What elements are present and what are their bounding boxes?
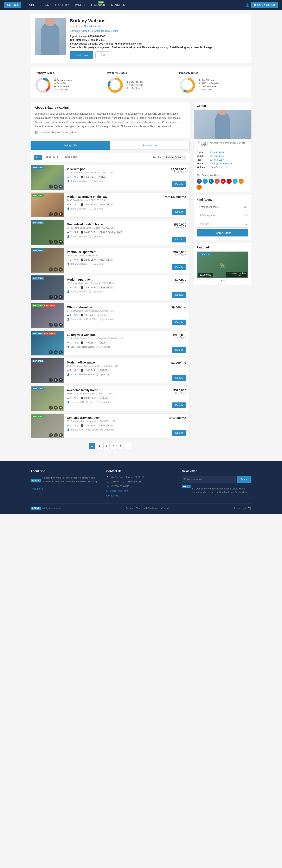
blogger-icon[interactable]: b (238, 179, 244, 184)
nav-searches[interactable]: SEARCHES ▾ (109, 0, 129, 10)
details-button[interactable]: Details (172, 347, 186, 353)
featured-dot-2[interactable] (223, 280, 225, 281)
preview-button[interactable]: 👁 (59, 323, 63, 327)
compare-button[interactable]: ⊕ (54, 185, 58, 189)
property-name[interactable]: Penthouse apartment (67, 250, 162, 254)
footer-google-plus-icon[interactable]: g+ (243, 506, 246, 510)
footer-linkedin-icon[interactable]: in (239, 506, 241, 510)
details-button[interactable]: Details (172, 264, 186, 270)
page-2-button[interactable]: 2 (96, 443, 103, 449)
favorite-button[interactable]: ♡ (49, 240, 53, 244)
pinterest-icon[interactable]: p (227, 179, 232, 184)
preview-button[interactable]: 👁 (59, 350, 63, 354)
compare-button[interactable]: ⊕ (54, 378, 58, 382)
favorite-button[interactable]: ♡ (49, 406, 53, 410)
property-name[interactable]: Office in downtown (67, 306, 162, 309)
nav-listing[interactable]: LISTING ▾ (37, 0, 53, 10)
property-name[interactable]: Guaranteed modern home (67, 223, 162, 226)
preview-button[interactable]: 👁 (59, 433, 63, 437)
footer-privacy-link[interactable]: Privacy (126, 507, 133, 509)
preview-button[interactable]: 👁 (59, 268, 63, 272)
favorite-button[interactable]: ♡ (49, 323, 53, 327)
vimeo-icon[interactable]: v (233, 179, 237, 184)
preview-button[interactable]: 👁 (59, 406, 63, 410)
nav-property[interactable]: PROPERTY ▾ (53, 0, 73, 10)
details-button[interactable]: Details (172, 430, 186, 436)
favorite-button[interactable]: ♡ (49, 212, 53, 216)
agent-company[interactable]: Company Agent at All American Real Estat… (70, 29, 247, 32)
filter-all[interactable]: ALL (34, 155, 42, 160)
tumblr-icon[interactable]: t (197, 185, 202, 190)
tab-reviews[interactable]: Reviews (3) (110, 141, 190, 150)
newsletter-email-input[interactable] (182, 476, 235, 483)
page-3-button[interactable]: 3 (104, 443, 110, 449)
details-button[interactable]: Details (172, 292, 186, 298)
property-name[interactable]: Modern office space (67, 361, 162, 364)
newsletter-submit-button[interactable]: Submit (237, 476, 251, 483)
footer-contact-us-link[interactable]: Contact us (106, 494, 119, 497)
compare-button[interactable]: ⊕ (54, 433, 58, 437)
property-name[interactable]: Modern apartment on the bay (67, 195, 157, 198)
preview-button[interactable]: 👁 (59, 212, 63, 216)
property-name[interactable]: Modern Apartment (67, 278, 162, 281)
preview-button[interactable]: 👁 (59, 295, 63, 299)
featured-dot-1[interactable] (221, 280, 222, 281)
property-name[interactable]: Villa with pool (67, 167, 162, 171)
preview-button[interactable]: 👁 (59, 185, 63, 189)
preview-button[interactable]: 👁 (59, 240, 63, 244)
categories-select[interactable]: All Categories (197, 212, 248, 219)
page-4-button[interactable]: 4 (111, 443, 117, 449)
footer-twitter-icon[interactable]: t (236, 506, 237, 510)
twitter-icon[interactable]: t (203, 179, 208, 184)
compare-button[interactable]: ⊕ (54, 240, 58, 244)
details-button[interactable]: Details (172, 209, 186, 215)
details-button[interactable]: Details (172, 319, 186, 326)
compare-button[interactable]: ⊕ (54, 406, 58, 410)
sort-select[interactable]: Default Order (164, 155, 187, 160)
compare-button[interactable]: ⊕ (54, 268, 58, 272)
property-name[interactable]: Awesome family home (67, 389, 162, 392)
tab-listings[interactable]: Listings (20) (31, 141, 110, 150)
facebook-icon[interactable]: f (197, 179, 202, 184)
send-email-button[interactable]: Send Email (70, 51, 93, 59)
search-agent-button[interactable]: Search Agent (197, 229, 248, 237)
compare-button[interactable]: ⊕ (54, 295, 58, 299)
footer-instagram-icon[interactable]: 📷 (248, 506, 251, 510)
footer-email-link[interactable]: email@email.com (110, 490, 128, 492)
google-plus-icon[interactable]: g (215, 179, 220, 184)
footer-read-more-link[interactable]: Read more (31, 487, 43, 490)
favorite-button[interactable]: ♡ (49, 268, 53, 272)
filter-for-rent[interactable]: FOR RENT (63, 155, 80, 160)
page-next-button[interactable]: › (125, 443, 131, 449)
favorite-button[interactable]: ♡ (49, 433, 53, 437)
favorite-button[interactable]: ♡ (49, 295, 53, 299)
details-button[interactable]: Details (172, 375, 186, 381)
user-icon[interactable]: 👤 (246, 3, 249, 7)
page-1-button[interactable]: 1 (89, 443, 95, 449)
linkedin-icon[interactable]: in (209, 179, 214, 184)
nav-home[interactable]: HOME (25, 0, 37, 10)
cities-select[interactable]: All Cities (197, 221, 248, 228)
favorite-button[interactable]: ♡ (49, 378, 53, 382)
footer-facebook-icon[interactable]: f (234, 506, 235, 510)
details-button[interactable]: Details (172, 181, 186, 187)
property-name[interactable]: Contemporary apartment (67, 416, 162, 420)
filter-for-sale[interactable]: FOR SALE (44, 155, 60, 160)
create-listing-button[interactable]: CREATE A LISTING (251, 2, 278, 8)
compare-button[interactable]: ⊕ (54, 323, 58, 327)
details-button[interactable]: Details (172, 237, 186, 243)
see-reviews-link[interactable]: See all reviews (84, 25, 101, 28)
footer-terms-link[interactable]: Terms and Conditions (136, 507, 158, 509)
favorite-button[interactable]: ♡ (49, 350, 53, 354)
page-5-button[interactable]: 5 (118, 443, 124, 449)
nav-pages[interactable]: PAGES ▾ (73, 0, 87, 10)
featured-property-image[interactable]: FOR SALE 🏡 $1,590,000 2385 Pan American … (197, 251, 248, 278)
call-button[interactable]: Call (95, 51, 110, 59)
nav-elementor[interactable]: ELEMENTOR NEW ▾ (87, 0, 109, 10)
compare-button[interactable]: ⊕ (54, 350, 58, 354)
search-agent-input[interactable] (197, 204, 248, 210)
compare-button[interactable]: ⊕ (54, 212, 58, 216)
property-name[interactable]: Luxury villa with pool (67, 333, 162, 337)
preview-button[interactable]: 👁 (59, 378, 63, 382)
details-button[interactable]: Details (172, 402, 186, 408)
